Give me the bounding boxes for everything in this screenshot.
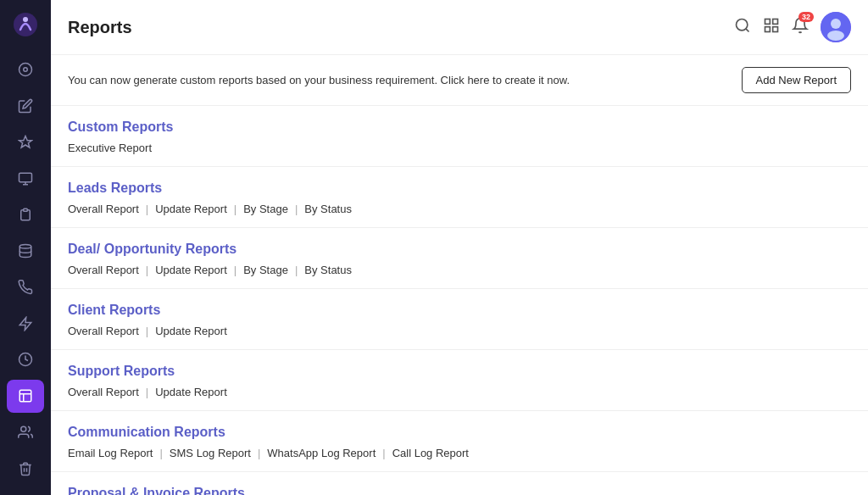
svg-point-17 (831, 19, 841, 29)
section-deal-reports: Deal/ Opportunity ReportsOverall Report|… (51, 228, 868, 289)
separator: | (146, 325, 148, 337)
section-links-deal-reports: Overall Report|Update Report|By Stage|By… (68, 264, 851, 288)
report-link-communication-reports-3[interactable]: Call Log Report (392, 447, 469, 459)
separator: | (234, 264, 236, 276)
svg-point-11 (737, 19, 748, 30)
report-link-deal-reports-0[interactable]: Overall Report (68, 264, 139, 276)
section-custom-reports: Custom ReportsExecutive Report (51, 106, 868, 167)
section-title-client-reports: Client Reports (68, 303, 851, 318)
separator: | (382, 447, 385, 459)
section-links-client-reports: Overall Report|Update Report (68, 325, 851, 349)
add-new-report-button[interactable]: Add New Report (742, 67, 851, 93)
report-link-support-reports-0[interactable]: Overall Report (68, 386, 139, 398)
separator: | (234, 203, 236, 215)
separator: | (295, 203, 298, 215)
section-title-support-reports: Support Reports (68, 364, 851, 379)
section-title-custom-reports: Custom Reports (68, 120, 851, 135)
notification-icon[interactable]: 32 (792, 17, 809, 38)
sidebar-item-orders[interactable] (7, 198, 44, 231)
report-link-communication-reports-1[interactable]: SMS Log Report (170, 447, 251, 459)
svg-point-18 (827, 31, 844, 41)
section-leads-reports: Leads ReportsOverall Report|Update Repor… (51, 167, 868, 228)
sidebar-item-trash[interactable] (7, 452, 44, 485)
svg-rect-14 (765, 26, 771, 31)
notification-badge: 32 (798, 12, 814, 22)
report-link-leads-reports-1[interactable]: Update Report (155, 203, 227, 215)
section-links-communication-reports: Email Log Report|SMS Log Report|WhatsApp… (68, 447, 851, 471)
sidebar-item-automation[interactable] (7, 307, 44, 340)
report-link-support-reports-1[interactable]: Update Report (155, 386, 227, 398)
header-actions: 32 (734, 12, 851, 42)
section-title-deal-reports: Deal/ Opportunity Reports (68, 242, 851, 257)
svg-point-1 (23, 17, 28, 22)
section-client-reports: Client ReportsOverall Report|Update Repo… (51, 289, 868, 350)
separator: | (146, 386, 148, 398)
main-content: Reports 32 You can now generate custom r… (51, 0, 868, 495)
report-link-communication-reports-2[interactable]: WhatsApp Log Report (267, 447, 376, 459)
content-area: You can now generate custom reports base… (51, 55, 868, 495)
svg-rect-13 (773, 19, 778, 24)
separator: | (258, 447, 260, 459)
section-title-proposal-reports: Proposal & Invoice Reports (68, 486, 851, 495)
sidebar-item-broadcast[interactable] (7, 270, 44, 303)
svg-rect-4 (19, 173, 32, 182)
report-link-leads-reports-2[interactable]: By Stage (243, 203, 288, 215)
report-link-client-reports-1[interactable]: Update Report (155, 325, 227, 337)
separator: | (146, 264, 148, 276)
svg-point-10 (21, 426, 26, 431)
svg-marker-7 (19, 317, 31, 330)
search-icon[interactable] (734, 17, 751, 38)
report-link-leads-reports-3[interactable]: By Status (304, 203, 352, 215)
report-link-communication-reports-0[interactable]: Email Log Report (68, 447, 153, 459)
section-proposal-reports: Proposal & Invoice Reports (51, 472, 868, 495)
sections-container: Custom ReportsExecutive ReportLeads Repo… (51, 106, 868, 495)
sidebar-item-users[interactable] (7, 416, 44, 449)
separator: | (146, 203, 148, 215)
sidebar-item-clients[interactable] (7, 235, 44, 268)
sidebar-item-history[interactable] (7, 343, 44, 376)
section-links-support-reports: Overall Report|Update Report (68, 386, 851, 410)
section-links-leads-reports: Overall Report|Update Report|By Stage|By… (68, 203, 851, 227)
avatar[interactable] (821, 12, 851, 42)
app-logo[interactable] (10, 10, 41, 40)
report-link-leads-reports-0[interactable]: Overall Report (68, 203, 139, 215)
section-title-leads-reports: Leads Reports (68, 181, 851, 196)
svg-rect-9 (19, 390, 31, 402)
grid-icon[interactable] (763, 17, 780, 38)
svg-point-2 (19, 64, 32, 76)
svg-point-3 (24, 68, 28, 72)
separator: | (159, 447, 162, 459)
notice-bar: You can now generate custom reports base… (51, 55, 868, 106)
svg-point-6 (19, 245, 31, 249)
report-link-deal-reports-3[interactable]: By Status (304, 264, 352, 276)
report-link-client-reports-0[interactable]: Overall Report (68, 325, 139, 337)
report-link-deal-reports-1[interactable]: Update Report (155, 264, 227, 276)
report-link-custom-reports-0[interactable]: Executive Report (68, 142, 152, 154)
svg-rect-5 (24, 209, 28, 212)
sidebar (0, 0, 51, 495)
separator: | (295, 264, 298, 276)
svg-rect-12 (765, 19, 771, 24)
sidebar-item-edit[interactable] (7, 90, 44, 123)
page-title: Reports (68, 18, 132, 37)
notice-text: You can now generate custom reports base… (68, 74, 570, 86)
sidebar-item-deals[interactable] (7, 162, 44, 195)
sidebar-item-reports[interactable] (7, 380, 44, 413)
section-support-reports: Support ReportsOverall Report|Update Rep… (51, 350, 868, 411)
svg-rect-15 (773, 26, 778, 31)
section-title-communication-reports: Communication Reports (68, 425, 851, 440)
sidebar-item-leads[interactable] (7, 125, 44, 159)
sidebar-item-dashboard[interactable] (7, 53, 44, 86)
section-communication-reports: Communication ReportsEmail Log Report|SM… (51, 411, 868, 472)
section-links-custom-reports: Executive Report (68, 142, 851, 166)
header: Reports 32 (51, 0, 868, 55)
report-link-deal-reports-2[interactable]: By Stage (243, 264, 288, 276)
